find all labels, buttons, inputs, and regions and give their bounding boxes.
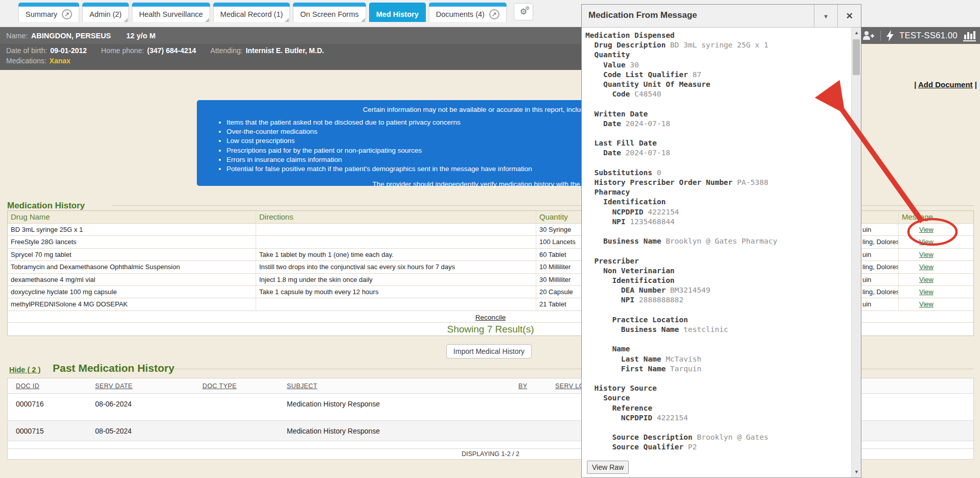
detail-line xyxy=(585,129,847,138)
detail-line xyxy=(585,423,847,433)
detail-line: Drug Description BD 3mL syringe 25G x 1 xyxy=(585,40,847,50)
view-raw-button[interactable]: View Raw xyxy=(587,461,629,474)
dob-label: Date of birth: xyxy=(6,46,47,55)
detail-value: Brooklyn @ Gates Pharmacy xyxy=(661,237,777,245)
dialog-title: Medication From Message xyxy=(588,10,697,20)
gear-small-icon: ⚙ xyxy=(526,6,530,11)
detail-value: 4222154 xyxy=(644,208,679,216)
tab-medical-record-1[interactable]: Medical Record (1) xyxy=(213,3,290,22)
cell-drug-name: BD 3mL syringe 25G x 1 xyxy=(8,224,256,235)
detail-value: 2024-07-18 xyxy=(621,119,670,128)
view-message-link[interactable]: View xyxy=(919,226,933,233)
view-message-link[interactable]: View xyxy=(919,276,933,283)
patient-age-sex: 12 y/o M xyxy=(126,32,155,40)
detail-key: Quantity Unit Of Measure xyxy=(585,80,710,88)
detail-value: 30 xyxy=(626,61,639,69)
dialog-scrollbar[interactable]: ▲ ▼ xyxy=(851,28,861,477)
view-message-link[interactable]: View xyxy=(919,300,933,308)
cell-message: View xyxy=(899,236,973,248)
view-message-link[interactable]: View xyxy=(919,251,933,258)
add-person-icon[interactable] xyxy=(862,31,875,41)
past-col-doc-type[interactable]: DOC TYPE xyxy=(202,383,237,390)
past-col-doc-id[interactable]: DOC ID xyxy=(16,383,39,390)
lightning-icon[interactable] xyxy=(886,30,894,41)
add-document: | Add Document | xyxy=(914,80,977,89)
detail-key: Source Qualifier xyxy=(585,443,683,451)
view-message-link[interactable]: View xyxy=(919,288,933,296)
view-message-link[interactable]: View xyxy=(919,263,933,271)
detail-key: Last Name xyxy=(585,355,661,363)
detail-line: Code List Qualifier 87 xyxy=(585,70,847,80)
chart-icon[interactable] xyxy=(963,30,976,41)
popout-icon[interactable]: ↗ xyxy=(62,9,72,19)
detail-line: Identification xyxy=(585,197,847,207)
scroll-down-icon[interactable]: ▼ xyxy=(852,467,861,477)
add-document-link[interactable]: Add Document xyxy=(918,80,973,89)
detail-key: Code xyxy=(585,90,630,98)
station-id: TEST-SS61.00 xyxy=(899,31,958,40)
tab-documents-4[interactable]: Documents (4)↗ xyxy=(429,3,507,22)
scroll-up-icon[interactable]: ▲ xyxy=(852,28,861,38)
detail-value: P2 xyxy=(683,443,697,451)
detail-line: Last Name McTavish xyxy=(585,354,847,364)
past-col-by[interactable]: BY xyxy=(518,383,527,390)
cell-message: View xyxy=(899,224,973,235)
col-drug-name[interactable]: Drug Name xyxy=(8,211,256,223)
past-col-serv-date[interactable]: SERV DATE xyxy=(95,383,132,390)
patient-dob: 09-01-2012 xyxy=(50,46,87,55)
medication-alert[interactable]: Xanax xyxy=(50,57,71,65)
tab-med-history[interactable]: Med History xyxy=(369,3,426,22)
tab-on-screen-forms[interactable]: On Screen Forms xyxy=(293,3,366,22)
detail-line: Quantity Unit Of Measure xyxy=(585,80,847,89)
name-label: Name: xyxy=(6,32,28,40)
hide-link[interactable]: Hide ( 2 ) xyxy=(9,366,40,374)
past-col-subject[interactable]: SUBJECT xyxy=(287,383,317,390)
cell-drug-name: Tobramycin and Dexamethasone Ophthalmic … xyxy=(8,261,256,273)
detail-line: NPI 2888888882 xyxy=(585,295,847,305)
detail-key: Date xyxy=(585,149,621,157)
tab-accent xyxy=(369,3,426,7)
detail-line: First Name Tarquin xyxy=(585,364,847,374)
dialog-header[interactable]: Medication From Message ▼ ✕ xyxy=(582,5,861,28)
med-history-title: Medication History xyxy=(7,201,85,211)
scrollbar-thumb[interactable] xyxy=(853,39,860,75)
past-col-serv-lo[interactable]: SERV LO xyxy=(555,383,584,390)
tab-label: Documents (4) xyxy=(436,10,485,18)
detail-key: History Source xyxy=(585,384,657,392)
detail-key: Code List Qualifier xyxy=(585,70,688,79)
detail-key: Business Name xyxy=(585,325,679,333)
collapse-button[interactable]: ▼ xyxy=(814,5,837,28)
chevron-down-icon: ▼ xyxy=(823,13,829,19)
reconcile-link[interactable]: Reconcile xyxy=(475,314,506,321)
detail-line xyxy=(585,227,847,236)
tab-health-surveillance[interactable]: Health Surveillance xyxy=(132,3,210,22)
detail-key: Pharmacy xyxy=(585,188,630,196)
import-medical-history-button[interactable]: Import Medical History xyxy=(446,344,532,358)
detail-key: First Name xyxy=(585,365,666,373)
cell-message: View xyxy=(899,274,973,285)
cell-directions: Take 1 capsule by mouth every 12 hours xyxy=(256,286,536,298)
detail-line xyxy=(585,99,847,109)
station-zone: TEST-SS61.00 xyxy=(862,27,980,44)
cell-drug-name: dexamethasone 4 mg/ml vial xyxy=(8,274,256,285)
detail-line: NCPDPID 4222154 xyxy=(585,413,847,423)
phone-label: Home phone: xyxy=(101,46,144,55)
close-button[interactable]: ✕ xyxy=(837,5,861,28)
detail-line: Last Fill Date xyxy=(585,138,847,148)
past-cell: 0000715 xyxy=(16,427,44,435)
detail-value: BM3214549 xyxy=(666,286,710,294)
detail-key: Drug Description xyxy=(585,41,666,49)
tab-admin-2[interactable]: Admin (2) xyxy=(82,3,129,22)
view-message-link[interactable]: View xyxy=(919,238,933,246)
popout-icon[interactable]: ↗ xyxy=(489,9,499,19)
detail-key: Source xyxy=(585,394,630,402)
detail-line: Business Name Brooklyn @ Gates Pharmacy xyxy=(585,236,847,246)
past-cell: Medication History Response xyxy=(287,427,380,435)
settings-button[interactable]: ⚙⚙ xyxy=(514,3,533,20)
tab-accent xyxy=(293,3,366,7)
col-directions[interactable]: Directions xyxy=(256,211,536,223)
detail-value: 87 xyxy=(688,70,701,79)
detail-line: Source Qualifier P2 xyxy=(585,442,847,452)
tab-summary[interactable]: Summary↗ xyxy=(18,3,79,22)
detail-line: Non Veterinarian xyxy=(585,266,847,276)
